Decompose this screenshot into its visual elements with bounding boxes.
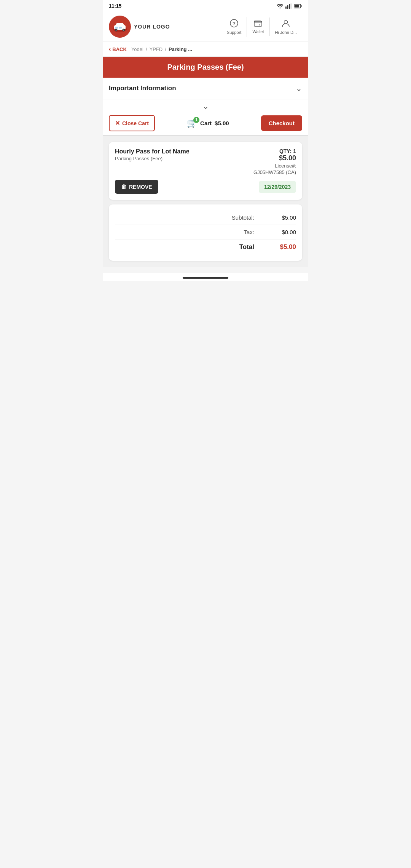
logo-text: YOUR LOGO (134, 24, 170, 30)
breadcrumb-yodel[interactable]: Yodel (131, 46, 143, 52)
close-cart-x-icon: ✕ (115, 120, 120, 127)
support-nav-item[interactable]: ? Support (221, 17, 247, 37)
subtotal-label: Subtotal: (224, 214, 254, 221)
svg-rect-10 (119, 27, 122, 29)
back-label: BACK (112, 46, 127, 52)
cart-info: 🛒 1 Cart $5.00 (187, 118, 229, 128)
status-icons (277, 3, 302, 9)
back-arrow-icon: ‹ (109, 46, 111, 53)
svg-rect-2 (289, 4, 290, 9)
total-value: $5.00 (269, 243, 296, 251)
tax-label: Tax: (224, 229, 254, 235)
nav-actions: ? Support Wallet (221, 17, 302, 37)
breadcrumb-sep-2: / (146, 46, 147, 52)
total-row: Total $5.00 (115, 239, 296, 255)
breadcrumb-ypfd[interactable]: YPFD (150, 46, 163, 52)
svg-rect-0 (285, 6, 287, 9)
checkout-button[interactable]: Checkout (261, 115, 302, 131)
user-nav-item[interactable]: Hi John D... (270, 17, 302, 37)
tax-row: Tax: $0.00 (115, 225, 296, 239)
cart-item-price-info: QTY: 1 $5.00 License#: GJ05HW7585 (CA) (253, 148, 296, 175)
cart-item-price: $5.00 (253, 154, 296, 162)
trash-icon: 🗑 (121, 183, 127, 190)
cart-badge: 1 (193, 117, 199, 123)
remove-label: REMOVE (129, 184, 152, 190)
signal-icon (285, 3, 292, 9)
logo-area: YOUR LOGO (109, 16, 217, 38)
svg-point-18 (259, 24, 260, 26)
user-icon (282, 19, 290, 29)
page-title-bar: Parking Passes (Fee) (103, 57, 308, 78)
total-label: Total (224, 243, 254, 251)
cart-item-card: Hourly Pass for Lot Name Parking Passes … (109, 142, 302, 200)
close-cart-button[interactable]: ✕ Close Cart (109, 115, 155, 131)
svg-rect-9 (115, 27, 118, 29)
back-button[interactable]: ‹ BACK (109, 46, 127, 53)
cart-item-category: Parking Passes (Fee) (115, 156, 190, 161)
support-label: Support (227, 30, 242, 35)
cart-item-name: Hourly Pass for Lot Name (115, 148, 190, 155)
cart-content: Hourly Pass for Lot Name Parking Passes … (103, 136, 308, 267)
svg-point-12 (116, 30, 117, 31)
car-icon (113, 21, 127, 32)
subtotal-value: $5.00 (269, 214, 296, 221)
checkout-label: Checkout (269, 120, 295, 126)
cart-label: Cart (200, 120, 212, 126)
wallet-label: Wallet (252, 29, 264, 34)
logo-circle (109, 16, 131, 38)
close-cart-label: Close Cart (122, 120, 149, 126)
svg-point-19 (284, 20, 288, 24)
breadcrumb-bar: ‹ BACK Yodel / YPFD / Parking ... (103, 42, 308, 57)
battery-icon (294, 4, 302, 8)
cart-item-header: Hourly Pass for Lot Name Parking Passes … (115, 148, 296, 175)
wallet-icon (254, 20, 262, 29)
cart-toggle-arrow-icon[interactable]: ⌄ (202, 102, 209, 111)
home-bar (183, 277, 228, 279)
tax-value: $0.00 (269, 229, 296, 235)
cart-item-date: 12/29/2023 (259, 181, 296, 193)
navbar: YOUR LOGO ? Support Wallet (103, 12, 308, 42)
cart-total: $5.00 (215, 120, 229, 126)
svg-rect-1 (287, 5, 288, 9)
wifi-icon (277, 4, 283, 8)
status-time: 11:15 (109, 3, 121, 9)
page-title: Parking Passes (Fee) (109, 63, 302, 72)
svg-rect-3 (291, 3, 292, 9)
important-info-section[interactable]: Important Information ⌄ (103, 78, 308, 99)
cart-icon-wrap: 🛒 1 (187, 118, 197, 128)
user-label: Hi John D... (275, 30, 297, 35)
wallet-nav-item[interactable]: Wallet (247, 18, 269, 36)
remove-button[interactable]: 🗑 REMOVE (115, 180, 158, 194)
cart-item-footer: 🗑 REMOVE 12/29/2023 (115, 180, 296, 194)
cart-toggle[interactable]: ⌄ (103, 99, 308, 111)
svg-rect-6 (295, 5, 299, 7)
cart-item-license-line2: GJ05HW7585 (CA) (253, 169, 296, 175)
svg-point-14 (123, 30, 124, 31)
cart-item-license-line1: License#: (253, 163, 296, 169)
summary-card: Subtotal: $5.00 Tax: $0.00 Total $5.00 (109, 204, 302, 261)
status-bar: 11:15 (103, 0, 308, 12)
svg-rect-5 (301, 5, 302, 7)
breadcrumb-sep-3: / (165, 46, 166, 52)
svg-text:?: ? (233, 21, 236, 26)
subtotal-row: Subtotal: $5.00 (115, 211, 296, 225)
breadcrumb-current: Parking ... (169, 46, 192, 52)
cart-item-qty: QTY: 1 (253, 148, 296, 154)
svg-rect-17 (254, 21, 262, 26)
cart-bar: ✕ Close Cart 🛒 1 Cart $5.00 Checkout (103, 111, 308, 136)
cart-item-left: Hourly Pass for Lot Name Parking Passes … (115, 148, 190, 161)
important-info-title: Important Information (109, 85, 176, 92)
home-indicator (103, 273, 308, 281)
info-chevron-icon: ⌄ (296, 84, 302, 93)
support-icon: ? (230, 19, 238, 29)
